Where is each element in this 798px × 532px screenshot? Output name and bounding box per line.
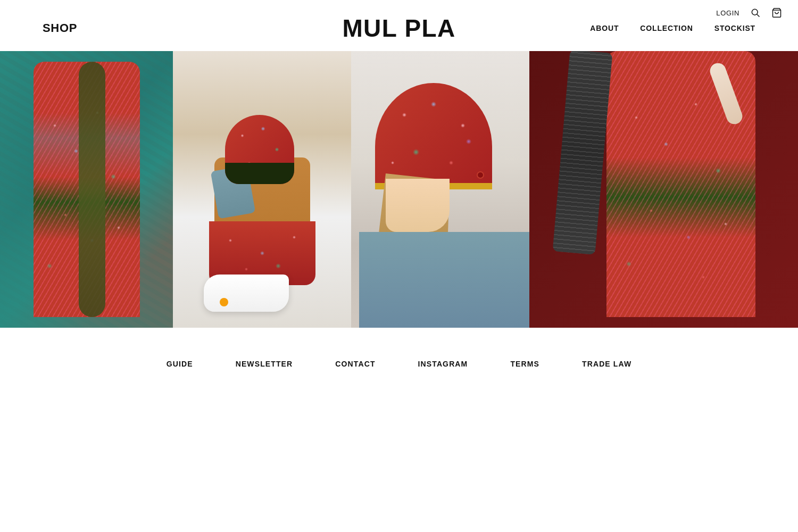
hero-panel-4 (529, 51, 798, 328)
footer-terms[interactable]: TERMS (510, 360, 539, 368)
svg-line-1 (757, 14, 760, 17)
brand-title[interactable]: MUL PLA (342, 14, 455, 43)
footer-newsletter[interactable]: NEWSLETTER (236, 360, 293, 368)
hero-strip (0, 51, 798, 328)
nav-left: SHOP (43, 21, 77, 35)
nav-right: ABOUT COLLECTION STOCKIST (590, 24, 755, 32)
nav-about[interactable]: ABOUT (590, 24, 619, 32)
footer: GUIDE NEWSLETTER CONTACT INSTAGRAM TERMS… (0, 328, 798, 389)
profile-hat (375, 83, 492, 189)
hero-panel-1 (0, 51, 173, 328)
footer-guide[interactable]: GUIDE (167, 360, 193, 368)
floral-hood (225, 115, 294, 184)
footer-contact[interactable]: CONTACT (335, 360, 375, 368)
login-button[interactable]: LOGIN (716, 9, 739, 17)
nav-collection[interactable]: COLLECTION (640, 24, 693, 32)
shop-link[interactable]: SHOP (43, 21, 77, 35)
hat-button (477, 171, 484, 179)
profile-face (386, 179, 450, 232)
shoe-dot (220, 298, 228, 306)
person-sitting (188, 104, 337, 328)
person-1 (34, 62, 140, 317)
search-icon[interactable] (750, 7, 761, 18)
nav-stockist[interactable]: STOCKIST (714, 24, 755, 32)
hero-panel-3 (351, 51, 529, 328)
profile-jacket (359, 232, 529, 328)
svg-point-0 (752, 9, 758, 15)
cart-icon[interactable] (771, 7, 782, 18)
white-shoes (204, 275, 289, 312)
main-nav: SHOP MUL PLA ABOUT COLLECTION STOCKIST (0, 21, 798, 51)
footer-instagram[interactable]: INSTAGRAM (418, 360, 468, 368)
dark-scarf (553, 51, 613, 255)
panel-1-overlay (0, 51, 173, 328)
hero-panel-2 (173, 51, 351, 328)
footer-trade-law[interactable]: TRADE LAW (582, 360, 631, 368)
panel-4-overlay (529, 51, 798, 328)
person-profile (359, 72, 529, 328)
